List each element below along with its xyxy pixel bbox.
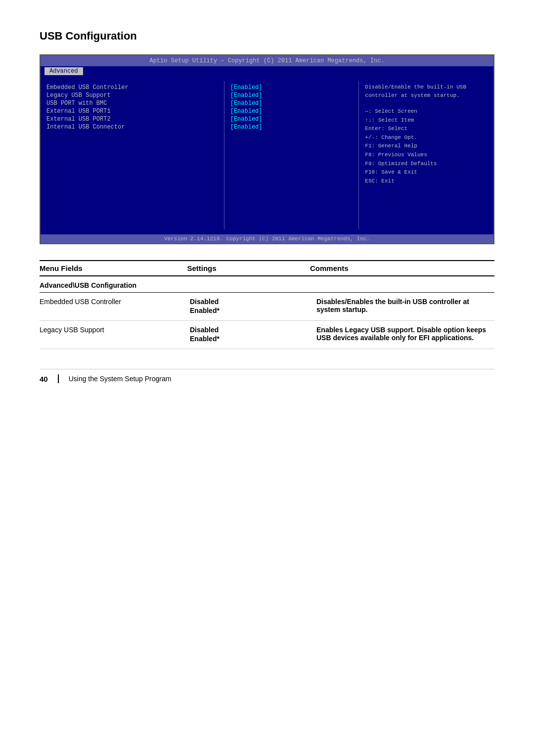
col-header-menu: Menu Fields [40, 264, 187, 272]
bios-key-line: F10: Save & Exit [365, 168, 488, 177]
table-section-header: Advanced\USB Configuration [40, 276, 494, 293]
table-cell-settings: DisabledEnabled* [190, 326, 316, 344]
bios-item-label: External USB PORT2 [46, 116, 218, 123]
table-cell-menu: Embedded USB Controller [40, 298, 190, 306]
setting-option: Enabled* [190, 307, 309, 314]
table-cell-menu: Legacy USB Support [40, 326, 190, 334]
page-title: USB Configuration [40, 30, 494, 43]
page-divider [58, 374, 59, 383]
bios-key-line: F8: Previous Values [365, 151, 488, 160]
bios-item-value: [Enabled] [230, 92, 353, 99]
col-header-comments: Comments [310, 264, 494, 272]
bios-header: Aptio Setup Utility – Copyright (C) 2011… [41, 55, 493, 66]
table-row: Legacy USB SupportDisabledEnabled*Enable… [40, 321, 494, 349]
table-section: Menu Fields Settings Comments Advanced\U… [40, 260, 494, 349]
bios-key-line: ↔: Select Screen [365, 107, 488, 116]
bios-key-line: Enter: Select [365, 125, 488, 133]
bios-footer: Version 2.14.1219. Copyright (C) 2011 Am… [41, 234, 493, 243]
setting-option: Disabled [190, 326, 309, 334]
bios-body: Embedded USB ControllerLegacy USB Suppor… [41, 76, 493, 234]
table-cell-comments: Disables/Enables the built-in USB contro… [316, 298, 494, 313]
bios-left-panel: Embedded USB ControllerLegacy USB Suppor… [41, 81, 224, 229]
table-row: Embedded USB ControllerDisabledEnabled*D… [40, 293, 494, 321]
bios-item-value: [Enabled] [230, 84, 353, 91]
bios-key-line: F9: Optimized Defaults [365, 160, 488, 169]
table-cell-comments: Enables Legacy USB support. Disable opti… [316, 326, 494, 342]
bios-center-panel: [Enabled][Enabled][Enabled][Enabled][Ena… [224, 81, 359, 229]
table-header-row: Menu Fields Settings Comments [40, 260, 494, 276]
table-cell-settings: DisabledEnabled* [190, 298, 316, 315]
bios-keys: ↔: Select Screen↑↓: Select ItemEnter: Se… [365, 107, 488, 185]
bios-tab-row: Advanced [41, 66, 493, 76]
setting-option: Disabled [190, 298, 309, 306]
bios-item-label: Legacy USB Support [46, 92, 218, 99]
bios-item-value: [Enabled] [230, 100, 353, 107]
bios-key-line: F1: General Help [365, 142, 488, 151]
bios-item-label: USB PORT with BMC [46, 100, 218, 107]
bios-right-panel: Disable/Enable the built-in USB controll… [359, 81, 493, 229]
bios-item-label: Embedded USB Controller [46, 84, 218, 91]
bios-key-line: +/-: Change Opt. [365, 133, 488, 142]
bios-item-label: Internal USB Connector [46, 124, 218, 131]
bios-key-line: ESC: Exit [365, 177, 488, 186]
bios-help-text: Disable/Enable the built-in USB controll… [365, 83, 488, 99]
bios-item-label: External USB PORT1 [46, 108, 218, 115]
bios-item-value: [Enabled] [230, 124, 353, 131]
bios-screen: Aptio Setup Utility – Copyright (C) 2011… [40, 54, 494, 244]
page-number: 40 [40, 375, 48, 383]
page-footer: 40 Using the System Setup Program [40, 369, 494, 383]
setting-option: Enabled* [190, 335, 309, 343]
bios-key-line: ↑↓: Select Item [365, 116, 488, 125]
bios-item-value: [Enabled] [230, 116, 353, 123]
page-footer-text: Using the System Setup Program [69, 375, 172, 383]
bios-item-value: [Enabled] [230, 108, 353, 115]
table-rows-container: Embedded USB ControllerDisabledEnabled*D… [40, 293, 494, 349]
col-header-settings: Settings [187, 264, 310, 272]
bios-tab-advanced: Advanced [44, 67, 83, 75]
